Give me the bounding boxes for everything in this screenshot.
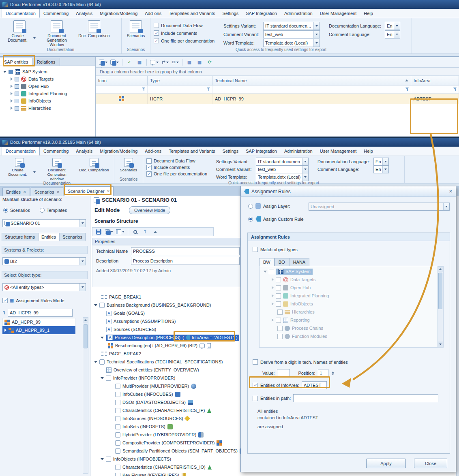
tree-node-sap-system[interactable]: SAP System	[3, 68, 47, 75]
tab-hana[interactable]: HANA	[289, 258, 310, 266]
dtree-node-data-targets[interactable]: Data Targets	[272, 275, 315, 284]
column-header-icon[interactable]: Icon	[96, 76, 148, 85]
validate-button[interactable]: ✓	[125, 58, 134, 66]
struct-node-infosets[interactable]: InfoSets (INFOSETS)	[115, 423, 173, 431]
expander-closed-icon[interactable]	[272, 286, 274, 289]
expander-open-icon[interactable]	[3, 71, 6, 73]
dialog-close-icon[interactable]: ✕	[449, 189, 453, 194]
menu-tab-help[interactable]: Help	[360, 9, 377, 18]
comments-button[interactable]	[149, 58, 159, 66]
documentation-language-combo[interactable]: En	[373, 158, 389, 166]
assignment-rules-mode-checkbox[interactable]: ✓ ▦ Assignment Rules Mode	[2, 298, 64, 303]
doc-comparison-button[interactable]: Doc. Comparison	[78, 20, 110, 38]
menu-tab-migration[interactable]: Migration/Modeling	[96, 147, 141, 156]
close-tab-icon[interactable]: ✕	[107, 189, 110, 193]
scroll-thumb[interactable]	[438, 273, 442, 309]
save-button[interactable]	[94, 228, 103, 236]
dtree-node-open-hub[interactable]: Open Hub	[272, 284, 311, 292]
path-input[interactable]	[293, 394, 438, 402]
struct-node-infoobjects[interactable]: InfoObjects (INFOOBJECTS)	[101, 455, 171, 463]
tree-checkbox[interactable]	[269, 269, 274, 274]
dtree-node-reporting[interactable]: Reporting	[272, 316, 310, 324]
dtree-node-process-chains[interactable]: Process Chains	[277, 324, 323, 332]
comment-variant-combo[interactable]: test_web	[263, 30, 320, 38]
tab-structure-items[interactable]: Structure items	[2, 233, 38, 241]
expander-open-icon[interactable]	[264, 271, 267, 273]
menu-tab-administration[interactable]: Administration	[281, 147, 316, 156]
copy-structure-button[interactable]	[115, 228, 125, 236]
expander-open-icon[interactable]	[101, 337, 104, 339]
comment-variant-combo[interactable]: test_web	[256, 165, 309, 173]
filter-cell-technical-name[interactable]	[212, 85, 411, 93]
dialog-titlebar[interactable]: Assignment Rules ✕	[241, 186, 456, 197]
transfer-button[interactable]: ⇄	[161, 58, 169, 66]
tree-checkbox[interactable]	[276, 293, 281, 299]
expander-closed-icon[interactable]	[272, 278, 274, 281]
struct-node-page-break2[interactable]: PAGE_BREAK2	[101, 350, 141, 358]
menu-tab-sap-integration[interactable]: SAP Integration	[242, 147, 281, 156]
tree-checkbox[interactable]	[15, 92, 19, 96]
tree-checkbox[interactable]	[277, 334, 283, 339]
tree-checkbox[interactable]	[9, 70, 13, 74]
struct-node-characteristics-ip[interactable]: Characteristics (CHARACTERISTICS_IP)	[115, 406, 211, 414]
struct-node-sources[interactable]: ASources (SOURCES)	[106, 325, 156, 333]
expander-open-icon[interactable]	[101, 377, 104, 379]
tree-node-open-hub[interactable]: Open Hub	[11, 83, 49, 90]
menu-tab-administration[interactable]: Administration	[281, 9, 316, 18]
expander-closed-icon[interactable]	[11, 92, 13, 95]
struct-node-assumptions[interactable]: AAssumptions (ASSUMPTIONS)	[106, 317, 176, 325]
tree-checkbox[interactable]	[276, 301, 281, 307]
columns-button[interactable]: ▦	[135, 58, 144, 66]
document-data-flow-checkbox[interactable]: Document Data Flow	[146, 158, 207, 164]
filter-cell-infoarea[interactable]	[411, 85, 459, 93]
derive-digit-checkbox[interactable]: Derive from a digit in tech. Names of en…	[253, 359, 348, 365]
struct-node-beschreibung[interactable]: Beschreibung [en] t (AD_HCPR_99) (BI2)	[108, 342, 211, 350]
position-spinner[interactable]	[332, 371, 334, 375]
menu-tab-commenting[interactable]: Commenting	[40, 9, 72, 18]
infoarea-checkbox[interactable]: ✓	[253, 383, 258, 388]
tab-sap-entities[interactable]: SAP entities	[0, 58, 33, 66]
tree-checkbox[interactable]	[15, 77, 19, 81]
menu-tab-documentation[interactable]: Documentation	[2, 9, 40, 18]
dtree-node-hierarchies[interactable]: Hierarchies	[277, 308, 315, 316]
scenario-select-combo[interactable]: SCENARIO 01	[2, 219, 86, 227]
expander-closed-icon[interactable]	[272, 318, 274, 322]
tab-relations[interactable]: Relations	[33, 58, 60, 66]
dtree-node-infoobjects[interactable]: InfoObjects	[272, 300, 313, 308]
expander-closed-icon[interactable]	[11, 77, 13, 81]
expander-closed-icon[interactable]	[11, 85, 13, 88]
struct-node-business-background[interactable]: Business Background (BUSINESS_BACKGROUND…	[94, 301, 211, 309]
menu-tab-help[interactable]: Help	[360, 147, 377, 156]
entity-filter-input[interactable]	[8, 309, 73, 317]
tree-checkbox[interactable]	[15, 106, 19, 111]
entity-list-item[interactable]: AD_HCPR_99	[2, 318, 75, 326]
doc-comparison-button[interactable]: Doc. Comparison	[78, 158, 110, 172]
menu-tab-settings[interactable]: Settings	[219, 147, 242, 156]
titlebar[interactable]: Docu Performer v19.3.0.0.25195 Main (64 …	[0, 138, 459, 147]
menu-tab-settings[interactable]: Settings	[219, 9, 242, 18]
menu-tab-addons[interactable]: Add-ons	[141, 9, 165, 18]
tree-checkbox[interactable]	[276, 277, 281, 282]
filter-structure-button[interactable]	[141, 228, 150, 236]
radio-templates[interactable]: Templates	[40, 208, 67, 213]
copy-table-button[interactable]: ▦	[185, 58, 194, 66]
struct-node-sem-part-objects[interactable]: Semantically Partitioned Objects (SEM_PA…	[115, 447, 245, 455]
column-header-type[interactable]: Type	[148, 76, 212, 85]
struct-node-entity-overview[interactable]: Overview of entities (ENTITY_OVERVIEW)	[106, 366, 199, 374]
spin-down-icon[interactable]	[332, 374, 334, 375]
scroll-up-icon[interactable]	[83, 318, 88, 323]
menu-tab-templates[interactable]: Templates and Variants	[165, 9, 219, 18]
create-document-button[interactable]: Create Document.	[3, 158, 36, 177]
dialog-tree-scrollbar[interactable]	[438, 266, 443, 347]
expander-closed-icon[interactable]	[272, 302, 274, 305]
tab-bw[interactable]: BW	[259, 258, 275, 266]
struct-node-process-description[interactable]: A Process Description (PROCESS) ( InfoAr…	[101, 333, 239, 342]
menu-tab-analysis[interactable]: Analysis	[72, 9, 96, 18]
dtree-node-sap-system[interactable]: SAP System	[264, 267, 313, 275]
menu-tab-sap-integration[interactable]: SAP Integration	[242, 9, 281, 18]
tree-node-data-targets[interactable]: Data Targets	[11, 75, 54, 83]
tree-checkbox[interactable]	[277, 310, 283, 315]
infoarea-input[interactable]	[302, 381, 327, 389]
expander-open-icon[interactable]	[94, 361, 97, 363]
object-type-combo[interactable]: <All entity types>	[2, 283, 86, 291]
